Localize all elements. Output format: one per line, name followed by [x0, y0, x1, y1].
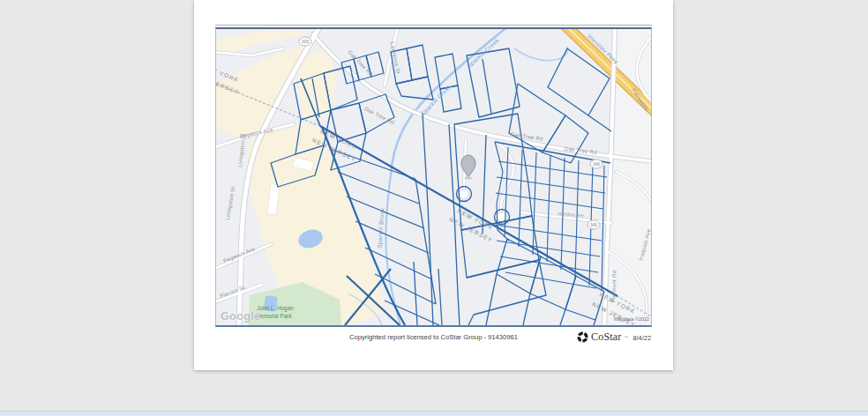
- costar-logo-icon: [577, 331, 588, 343]
- page-divider: [215, 25, 652, 26]
- cul-de-sac: [460, 189, 469, 199]
- park-label-line1: John L. Hogan: [257, 305, 294, 312]
- costar-brand: CoStar™: [577, 331, 628, 344]
- report-date: 8/4/22: [632, 334, 651, 342]
- costar-wordmark: CoStar: [591, 331, 622, 344]
- map-data-attribution: Map data ©2022: [614, 316, 649, 322]
- report-footer: Copyrighted report licensed to CoStar Gr…: [194, 328, 673, 349]
- street-label-piermont-rd: Piermont Rd: [610, 271, 617, 303]
- google-logo: Google: [221, 310, 260, 323]
- svg-text:303: 303: [302, 40, 309, 44]
- svg-text:340: 340: [593, 162, 600, 167]
- map-image: NEW YORK NEW JERSEY NEW YORK NEW JERSEY …: [216, 29, 651, 325]
- svg-text:340: 340: [590, 223, 597, 227]
- trademark-symbol: ™: [625, 335, 628, 339]
- copyright-text: Copyrighted report licensed to CoStar Gr…: [349, 333, 518, 341]
- report-page: NEW YORK NEW JERSEY NEW YORK NEW JERSEY …: [194, 0, 673, 370]
- bottom-strip: [0, 411, 868, 416]
- park-label-line2: Memorial Park: [255, 313, 292, 319]
- map-container: NEW YORK NEW JERSEY NEW YORK NEW JERSEY …: [215, 27, 652, 327]
